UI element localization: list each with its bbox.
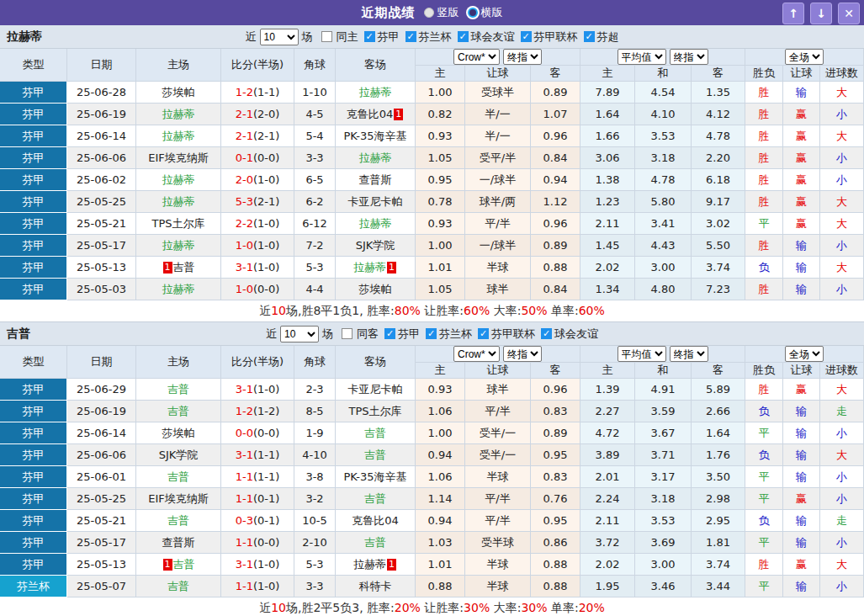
match-date: 25-06-06 xyxy=(67,444,136,466)
home-team: 拉赫蒂 xyxy=(162,283,195,295)
away-odds: 0.96 xyxy=(531,125,580,147)
summary-segment: 60% xyxy=(464,304,490,317)
score-cell: 1-0(1-0) xyxy=(221,235,294,257)
league-checkbox[interactable] xyxy=(584,31,595,42)
league-type-cell: 芬甲 xyxy=(0,401,67,422)
same-venue-label: 同客 xyxy=(357,327,379,342)
league-checkbox[interactable] xyxy=(458,31,469,42)
layout-option-horizontal[interactable]: 横版 xyxy=(468,5,503,20)
half-score: (1-1) xyxy=(253,470,279,483)
match-date: 25-05-17 xyxy=(67,532,136,554)
avg-home: 1.23 xyxy=(580,191,635,213)
same-venue-checkbox[interactable] xyxy=(342,328,352,339)
away-team: 拉赫蒂 xyxy=(359,217,392,230)
league-checkbox[interactable] xyxy=(426,328,437,339)
avg-away: 9.17 xyxy=(692,191,745,213)
odds-source-select[interactable]: Crow* xyxy=(453,49,500,65)
match-date: 25-05-07 xyxy=(67,576,136,597)
home-team: SJK学院 xyxy=(159,449,199,461)
away-team-cell: 拉赫蒂1 xyxy=(336,554,416,576)
avg-home: 1.66 xyxy=(580,125,635,147)
result-goals: 大 xyxy=(820,213,864,235)
league-checkbox[interactable] xyxy=(405,31,416,42)
home-team: 拉赫蒂 xyxy=(162,239,195,252)
match-row: 芬兰杯25-05-07吉普1-1(1-0)3-3科特卡0.88半球0.881.9… xyxy=(0,576,864,597)
filter-bar: 吉普近10场同客芬甲芬兰杯芬甲联杯球会友谊 xyxy=(0,322,864,346)
league-label: 球会友谊 xyxy=(554,327,598,342)
league-label: 芬甲联杯 xyxy=(534,29,578,45)
result-handicap: 赢 xyxy=(783,213,820,235)
league-checkbox[interactable] xyxy=(541,328,552,339)
close-button[interactable]: ✕ xyxy=(838,3,860,24)
avg-draw: 3.18 xyxy=(635,147,692,169)
result-handicap: 赢 xyxy=(783,104,820,125)
col-header: 比分(半场) xyxy=(221,49,294,82)
home-team-cell: 拉赫蒂 xyxy=(136,169,221,191)
sub-col-header: 进球数 xyxy=(820,66,864,82)
match-date: 25-05-13 xyxy=(67,257,136,279)
avg-source-select[interactable]: 平均值 xyxy=(618,346,666,362)
odds-final-select[interactable]: 终指 xyxy=(503,49,542,65)
league-checkbox[interactable] xyxy=(384,328,395,339)
home-odds: 1.00 xyxy=(416,235,465,257)
league-type-cell: 芬甲 xyxy=(0,510,67,532)
avg-away: 3.44 xyxy=(692,576,745,597)
full-score: 1-0 xyxy=(236,239,253,252)
avg-away: 2.20 xyxy=(692,147,745,169)
home-team-cell: 查普斯 xyxy=(136,532,221,554)
move-down-button[interactable]: ↓ xyxy=(810,3,832,24)
avg-home: 1.95 xyxy=(580,576,635,597)
away-team: 拉赫蒂 xyxy=(353,261,386,273)
full-score: 2-2 xyxy=(236,217,253,230)
score-cell: 1-1(1-1) xyxy=(221,466,294,488)
score-cell: 2-1(2-0) xyxy=(221,104,294,125)
avg-draw: 3.59 xyxy=(635,401,692,422)
scope-select[interactable]: 全场 xyxy=(785,49,824,65)
match-date: 25-06-28 xyxy=(67,82,136,104)
result-goals: 小 xyxy=(820,466,864,488)
handicap-line: 一/球半 xyxy=(465,169,531,191)
handicap-line: 平/半 xyxy=(465,213,531,235)
half-score: (2-1) xyxy=(253,130,279,142)
avg-away: 1.35 xyxy=(692,82,745,104)
layout-option-vertical[interactable]: 竖版 xyxy=(424,5,459,20)
away-team: 拉赫蒂 xyxy=(353,558,386,571)
league-checkbox[interactable] xyxy=(521,31,532,42)
recent-results-window: 近期战绩 竖版 横版 ↑ ↓ ✕ 拉赫蒂近10场同主芬甲芬兰杯球会友谊芬甲联杯芬… xyxy=(0,0,864,616)
half-score: (1-1) xyxy=(253,449,279,461)
avg-source-select[interactable]: 平均值 xyxy=(618,49,666,65)
league-checkbox[interactable] xyxy=(478,328,489,339)
move-up-button[interactable]: ↑ xyxy=(782,3,804,24)
half-score: (0-0) xyxy=(253,536,279,549)
handicap-line: 受半/一 xyxy=(465,422,531,444)
recent-label: 近 xyxy=(266,327,277,342)
same-venue-checkbox[interactable] xyxy=(321,31,332,42)
home-odds: 0.93 xyxy=(416,213,465,235)
corner-stat: 6-5 xyxy=(294,169,336,191)
league-checkbox[interactable] xyxy=(364,31,375,42)
scope-select[interactable]: 全场 xyxy=(785,346,824,362)
sub-col-header: 主 xyxy=(580,363,635,379)
summary-segment: 30% xyxy=(464,601,490,614)
league-type-cell: 芬甲 xyxy=(0,444,67,466)
result-handicap: 输 xyxy=(783,466,820,488)
avg-final-select[interactable]: 终指 xyxy=(670,346,708,362)
summary-segment: 大率: xyxy=(490,601,521,614)
result-goals: 大 xyxy=(820,554,864,576)
sub-col-header: 主 xyxy=(580,66,635,82)
home-team: 拉赫蒂 xyxy=(162,195,195,208)
half-score: (0-1) xyxy=(253,514,279,527)
avg-final-select[interactable]: 终指 xyxy=(670,49,708,65)
away-team: SJK学院 xyxy=(356,239,395,252)
handicap-line: 半球 xyxy=(465,576,531,597)
away-odds: 0.88 xyxy=(531,576,580,597)
odds-source-select[interactable]: Crow* xyxy=(453,346,500,362)
recent-count-select[interactable]: 10 xyxy=(280,326,319,343)
odds-final-select[interactable]: 终指 xyxy=(503,346,542,362)
recent-count-select[interactable]: 10 xyxy=(260,29,299,45)
result-winloss: 平 xyxy=(745,422,783,444)
score-cell: 1-1(0-1) xyxy=(221,488,294,510)
away-team: 科特卡 xyxy=(359,580,392,592)
team-name: 拉赫蒂 xyxy=(7,29,42,45)
match-row: 芬甲25-06-14拉赫蒂2-1(2-1)5-4PK-35海辛基0.93半/一0… xyxy=(0,125,864,147)
